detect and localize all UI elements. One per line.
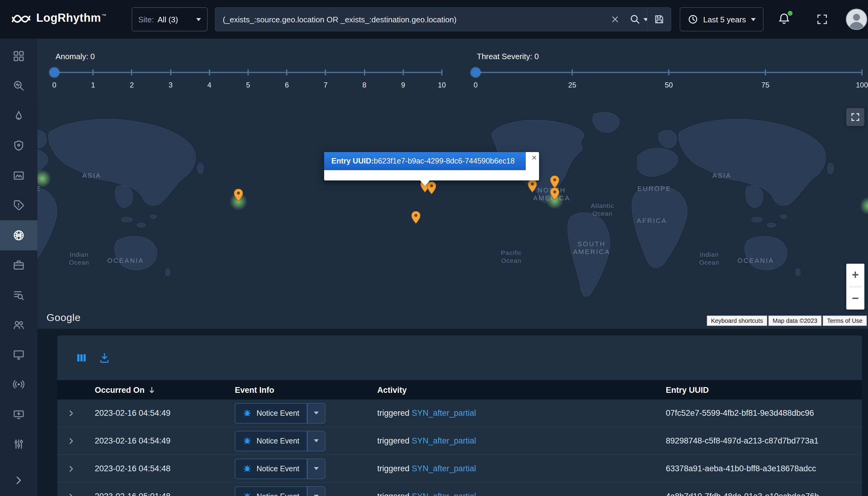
slider-tick-label: 75 <box>761 81 770 89</box>
sidebar-item-network-activity[interactable] <box>0 370 37 400</box>
clear-search-button[interactable] <box>610 15 620 24</box>
column-header-event-info[interactable]: Event Info <box>225 385 368 394</box>
geo-map[interactable]: ASIANORTHAMERICAAtlanticOceanEUROPEAFRIC… <box>37 96 868 329</box>
row-expand-chevron-icon[interactable] <box>66 408 76 418</box>
admin-sliders-icon <box>13 438 25 450</box>
popup-close-icon[interactable]: × <box>532 153 537 162</box>
save-search-button[interactable] <box>647 7 671 31</box>
map-info-popup: Entry UUID: b623f1e7-b9ac-4299-8dc6-7445… <box>324 152 539 181</box>
network-broadcast-icon <box>13 378 25 391</box>
map-pin-marker[interactable] <box>234 189 243 202</box>
sidebar-item-dashboards[interactable] <box>0 41 37 71</box>
save-icon <box>654 14 665 25</box>
activity-link[interactable]: SYN_after_partial <box>412 436 476 445</box>
event-actions-dropdown[interactable] <box>307 458 325 479</box>
logrhythm-app: LogRhythm™ Site: All (3) (_exists_:sourc… <box>0 0 868 496</box>
time-range-selector[interactable]: Last 5 years <box>680 7 764 31</box>
anomaly-slider-handle[interactable] <box>49 67 59 77</box>
sidebar-item-people[interactable] <box>0 310 37 340</box>
dashboard-icon <box>13 50 25 62</box>
trademark: ™ <box>102 13 107 18</box>
slider-tick-mark <box>247 69 249 75</box>
column-settings-button[interactable] <box>75 352 88 364</box>
sidebar-item-analyze[interactable] <box>0 71 37 101</box>
sidebar-item-administration[interactable] <box>0 429 37 459</box>
site-selector-dropdown[interactable]: Site: All (3) <box>132 7 208 31</box>
sidebar-item-alarms[interactable] <box>0 190 37 220</box>
map-pin-marker[interactable] <box>411 211 421 224</box>
search-bar[interactable]: (_exists_:source.geo.location OR _exists… <box>215 7 656 31</box>
column-header-occurred-on[interactable]: Occurred On <box>85 385 225 394</box>
zoom-out-button[interactable]: − <box>846 287 864 310</box>
notice-event-button[interactable]: Notice Event <box>235 486 307 496</box>
slider-tick-label: 6 <box>285 81 289 89</box>
slider-tick-mark <box>209 69 210 75</box>
column-header-activity[interactable]: Activity <box>368 385 656 394</box>
logrhythm-logo[interactable]: LogRhythm™ <box>11 10 107 27</box>
map-pin-marker[interactable] <box>550 175 559 188</box>
map-attribution: Keyboard shortcuts Map data ©2023 Terms … <box>707 315 867 326</box>
event-actions-dropdown[interactable] <box>307 403 325 423</box>
user-avatar[interactable] <box>845 8 868 31</box>
slider-tick-label: 5 <box>246 81 250 89</box>
notifications-button[interactable] <box>777 12 792 27</box>
slider-tick-label: 4 <box>207 81 211 89</box>
notice-event-button[interactable]: Notice Event <box>235 458 307 479</box>
map-pin-marker[interactable] <box>528 180 537 192</box>
clock-icon <box>687 14 698 25</box>
table-row[interactable]: 2023-02-16 05:01:48 Notice Event trigger… <box>57 483 862 496</box>
map-fullscreen-button[interactable] <box>846 108 864 126</box>
time-range-value: Last 5 years <box>703 15 746 24</box>
slider-tick-label: 50 <box>665 81 673 89</box>
export-download-button[interactable] <box>98 352 110 364</box>
table-row[interactable]: 2023-02-16 04:54:49 Notice Event trigger… <box>57 427 862 455</box>
threat-severity-slider-handle[interactable] <box>471 67 481 77</box>
popup-pointer <box>420 180 430 186</box>
row-expand-chevron-icon[interactable] <box>66 492 76 496</box>
search-query-input[interactable]: (_exists_:source.geo.location OR _exists… <box>223 15 600 24</box>
row-expand-chevron-icon[interactable] <box>66 436 76 446</box>
geo-map-globe-icon <box>13 229 25 242</box>
map-pin-marker[interactable] <box>550 188 559 200</box>
row-expand-chevron-icon[interactable] <box>66 464 76 474</box>
sidebar-item-threats[interactable] <box>0 101 37 130</box>
bug-icon <box>243 464 252 473</box>
activity-verb: triggered <box>377 464 410 473</box>
zoom-in-button[interactable]: + <box>846 264 864 286</box>
chevron-right-icon <box>13 475 24 486</box>
slider-tick-mark <box>286 69 287 75</box>
map-marker-layer <box>37 96 868 329</box>
slider-tick-label: 1 <box>91 81 95 89</box>
search-submit-button[interactable] <box>629 14 648 25</box>
keyboard-shortcuts-link[interactable]: Keyboard shortcuts <box>707 315 767 326</box>
slider-tick-mark <box>441 69 442 75</box>
activity-link[interactable]: SYN_after_partial <box>412 464 476 473</box>
sidebar-item-log-search[interactable] <box>0 280 37 310</box>
event-actions-dropdown[interactable] <box>307 486 325 496</box>
activity-link[interactable]: SYN_after_partial <box>412 408 476 418</box>
event-actions-dropdown[interactable] <box>307 431 325 451</box>
slider-tick-mark <box>364 69 365 75</box>
column-header-entry-uuid[interactable]: Entry UUID <box>656 385 862 394</box>
notice-event-button[interactable]: Notice Event <box>235 403 307 423</box>
sidebar-expand-button[interactable] <box>0 467 37 494</box>
sidebar-item-geo-map[interactable] <box>0 220 37 250</box>
sidebar-item-deployment[interactable] <box>0 400 37 429</box>
sidebar-item-endpoints[interactable] <box>0 340 37 370</box>
entry-uuid-value: 89298748-c5f8-497d-a213-c87d7bd773a1 <box>666 436 819 445</box>
slider-tick-label: 10 <box>438 81 446 89</box>
activity-link[interactable]: SYN_after_partial <box>412 492 476 496</box>
fullscreen-button[interactable] <box>816 13 828 25</box>
terms-of-use-link[interactable]: Terms of Use <box>823 315 867 326</box>
table-row[interactable]: 2023-02-16 04:54:48 Notice Event trigger… <box>57 455 862 483</box>
table-row[interactable]: 2023-02-16 04:54:49 Notice Event trigger… <box>57 400 862 427</box>
occurred-on-value: 2023-02-16 04:54:48 <box>95 464 170 473</box>
sidebar-item-cases[interactable] <box>0 250 37 280</box>
sidebar-item-reports[interactable] <box>0 160 37 190</box>
sidebar-item-security[interactable] <box>0 130 37 160</box>
notice-event-button[interactable]: Notice Event <box>235 431 307 451</box>
slider-tick-label: 3 <box>169 81 173 89</box>
threat-severity-filter-slider: Threat Severity: 0 0255075100 <box>476 52 862 91</box>
endpoint-monitor-icon <box>13 349 25 361</box>
slider-tick-label: 100 <box>856 81 868 89</box>
